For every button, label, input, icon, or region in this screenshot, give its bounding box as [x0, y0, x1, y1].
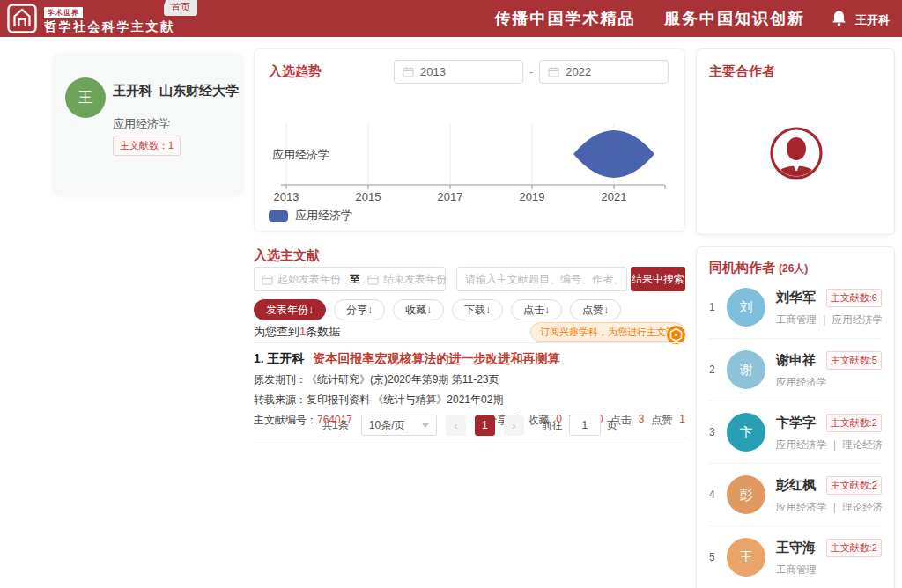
slogan-part-1: 传播中国学术精品 [495, 10, 636, 27]
subscribe-tip-banner[interactable]: 订阅兴趣学科，为您进行主文献个性化推荐。 [530, 322, 685, 342]
stream-blob [573, 130, 654, 178]
doc-list-title: 入选主文献 [254, 247, 320, 264]
x-tick: 2013 [274, 190, 299, 203]
pagination: 共1条 10条/页 ‹ 1 › 前往 页 [254, 415, 685, 436]
org-author-fields: 工商管理 [776, 563, 882, 577]
org-author-fields: 应用经济学 [776, 376, 882, 389]
org-author-row[interactable]: 3 卞 卞学字 主文献数:2 应用经济学 ｜ 理论经济学 [709, 401, 882, 464]
legend-label: 应用经济学 [295, 208, 352, 224]
org-author-name[interactable]: 卞学字 [776, 415, 816, 431]
to-label: 至 [350, 272, 360, 287]
org-author-fields: 工商管理 ｜ 应用经济学 … [776, 313, 882, 327]
author-org: 山东财经大学 [159, 83, 239, 98]
org-author-name[interactable]: 彭红枫 [776, 477, 816, 494]
org-author-row[interactable]: 1 刘 刘华军 主文献数:6 工商管理 ｜ 应用经济学 … [709, 276, 882, 339]
x-tick: 2021 [602, 190, 627, 203]
sort-pill-like[interactable]: 点赞↓ [570, 299, 621, 320]
home-tab[interactable]: 首页 [164, 0, 197, 16]
current-user-name[interactable]: 王开科 [855, 12, 890, 28]
org-author-row[interactable]: 2 谢 谢申祥 主文献数:5 应用经济学 [709, 339, 882, 401]
slogan-part-2: 服务中国知识创新 [664, 10, 805, 27]
x-tick: 2015 [356, 190, 381, 203]
org-author-doc-badge: 主文献数:2 [826, 539, 882, 557]
site-logo-icon[interactable] [7, 4, 37, 33]
current-page-button[interactable]: 1 [475, 415, 495, 436]
chart-legend[interactable]: 应用经济学 [269, 208, 352, 224]
trend-end-year-input[interactable] [539, 60, 669, 84]
org-author-row[interactable]: 4 彭 彭红枫 主文献数:2 应用经济学 ｜ 理论经济学 [709, 464, 882, 526]
author-name: 王开科 [113, 83, 152, 98]
sort-pill-favorite[interactable]: 收藏↓ [393, 299, 444, 320]
result-author[interactable]: 王开科 [268, 351, 305, 365]
org-author-doc-badge: 主文献数:5 [826, 351, 882, 370]
pagination-total: 共1条 [322, 418, 349, 433]
side-column: 主要合作者 同机构作者(26人) 1 刘 刘华军 [696, 48, 895, 588]
org-author-avatar: 卞 [727, 413, 765, 452]
start-year-placeholder[interactable]: 起始发表年份 [277, 272, 341, 287]
org-author-fields: 应用经济学 ｜ 理论经济学 [776, 438, 882, 452]
reprint-value: 复印报刊资料 《统计与精算》2021年02期 [307, 393, 503, 406]
org-author-name[interactable]: 刘华军 [776, 290, 816, 306]
brand-badge: 学术世界 [44, 7, 83, 18]
brand-title: 哲学社会科学主文献 [44, 19, 189, 35]
publish-year-range-input[interactable]: 起始发表年份 至 结束发表年份 [254, 267, 446, 291]
org-authors-count: (26人) [779, 262, 808, 275]
header-slogan: 传播中国学术精品 服务中国知识创新 [495, 8, 806, 29]
trend-start-year-input[interactable] [394, 60, 523, 84]
goto-page-group: 前往 页 [542, 415, 617, 436]
org-author-avatar: 王 [727, 538, 765, 577]
sort-pill-download[interactable]: 下载↓ [452, 299, 503, 320]
org-author-info: 王守海 主文献数:2 工商管理 [776, 539, 882, 577]
author-profile-card: 王 王开科山东财经大学 应用经济学 主文献数：1 [53, 53, 243, 195]
sort-pill-share[interactable]: 分享↓ [334, 299, 385, 320]
org-author-info: 卞学字 主文献数:2 应用经济学 ｜ 理论经济学 [776, 414, 882, 452]
calendar-icon [403, 66, 414, 77]
trend-title: 入选趋势 [269, 63, 322, 80]
trend-start-year-value[interactable] [420, 65, 514, 78]
result-title-link[interactable]: 资本回报率宏观核算法的进一步改进和再测算 [313, 351, 559, 365]
org-author-info: 彭红枫 主文献数:2 应用经济学 ｜ 理论经济学 [776, 476, 882, 514]
org-author-name[interactable]: 谢申祥 [776, 352, 816, 369]
trend-end-year-value[interactable] [566, 65, 660, 78]
prev-page-button[interactable]: ‹ [446, 415, 466, 436]
org-author-fields: 应用经济学 ｜ 理论经济学 [776, 501, 882, 514]
stream-series-label: 应用经济学 [272, 148, 329, 161]
org-author-rank: 1 [709, 301, 721, 313]
page-size-value: 10条/页 [369, 418, 405, 433]
range-separator: - [529, 65, 533, 78]
goto-page-input[interactable] [569, 415, 601, 436]
keyword-search-input[interactable] [456, 267, 627, 291]
org-authors-title-row: 同机构作者(26人) [709, 260, 882, 276]
page-size-select[interactable]: 10条/页 [361, 415, 437, 436]
org-author-rank: 4 [709, 489, 721, 501]
goto-label: 前往 [542, 418, 563, 433]
search-row: 起始发表年份 至 结束发表年份 结果中搜索 [254, 267, 685, 291]
trend-date-range: - [394, 60, 669, 84]
org-author-doc-badge: 主文献数:6 [826, 289, 882, 307]
sort-pills-row: 发表年份↓ 分享↓ 收藏↓ 下载↓ 点击↓ 点赞↓ [254, 299, 621, 320]
org-author-rank: 3 [709, 426, 721, 438]
notification-bell-icon[interactable] [831, 10, 847, 27]
count-suffix: 条数据 [306, 325, 340, 338]
collaborators-title: 主要合作者 [709, 63, 775, 80]
top-header: 学术世界 哲学社会科学主文献 PHILOSOPHY AND SOCIAL SCI… [0, 0, 902, 37]
org-authors-title: 同机构作者 [709, 260, 775, 275]
sort-pill-click[interactable]: 点击↓ [511, 299, 562, 320]
end-year-placeholder[interactable]: 结束发表年份 [383, 272, 447, 287]
org-author-rank: 2 [709, 364, 721, 376]
reprint-label: 转载来源： [254, 393, 307, 406]
search-in-results-button[interactable]: 结果中搜索 [631, 267, 685, 291]
sort-pill-publish-year[interactable]: 发表年份↓ [254, 299, 326, 320]
org-author-row[interactable]: 5 王 王守海 主文献数:2 工商管理 [709, 526, 882, 588]
trend-card: 入选趋势 - [254, 48, 685, 232]
result-head: 1. 王开科 资本回报率宏观核算法的进一步改进和再测算 [254, 351, 685, 367]
result-count-row: 为您查到1条数据 订阅兴趣学科，为您进行主文献个性化推荐。 [254, 322, 685, 342]
org-author-doc-badge: 主文献数:2 [826, 476, 882, 495]
calendar-icon [548, 66, 559, 77]
result-count-text: 为您查到1条数据 [254, 324, 340, 340]
author-discipline: 应用经济学 [113, 116, 170, 132]
org-author-name[interactable]: 王守海 [776, 540, 816, 556]
next-page-button[interactable]: › [504, 415, 524, 436]
chevron-down-icon [422, 423, 429, 428]
org-author-rank: 5 [709, 551, 721, 563]
